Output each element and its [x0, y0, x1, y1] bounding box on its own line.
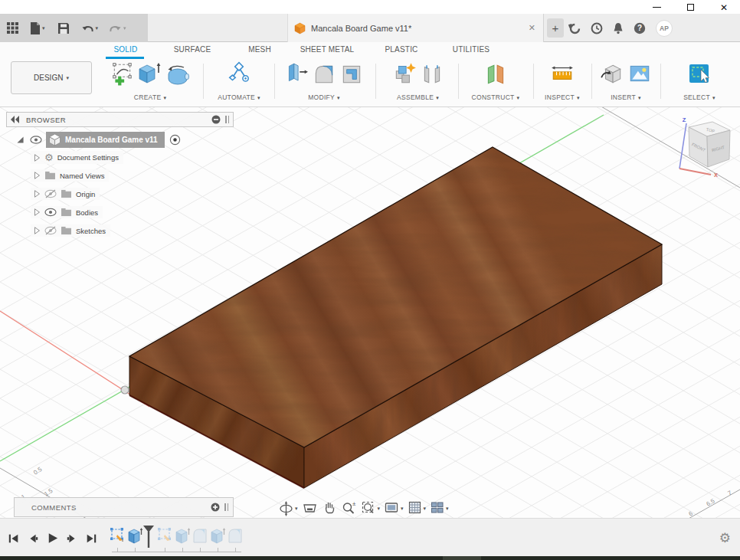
expand-arrow-icon[interactable] — [33, 189, 41, 198]
viewports-button[interactable]: ▾ — [429, 499, 450, 516]
select-group-label[interactable]: SELECT▾ — [683, 93, 715, 101]
job-status-button[interactable] — [591, 22, 603, 34]
browser-item-sketches[interactable]: Sketches — [31, 224, 110, 237]
look-at-button[interactable] — [301, 499, 319, 516]
document-cube-icon — [294, 22, 306, 34]
create-sketch-button[interactable] — [110, 61, 135, 87]
browser-item-bodies[interactable]: Bodies — [31, 206, 103, 218]
document-tab[interactable]: Mancala Board Game v11* ✕ — [287, 14, 544, 42]
display-settings-button[interactable]: ▾ — [383, 499, 404, 516]
construct-plane-button[interactable] — [483, 61, 508, 87]
help-button[interactable]: ? — [634, 22, 646, 34]
create-group-label[interactable]: CREATE▾ — [134, 93, 166, 101]
inspect-group-label[interactable]: INSPECT▾ — [545, 93, 580, 101]
caret-down-icon: ▾ — [257, 95, 260, 100]
timeline-feature-sketch[interactable] — [157, 527, 172, 549]
tab-mesh[interactable]: MESH — [241, 45, 279, 57]
account-avatar[interactable]: AP — [656, 20, 673, 37]
add-comment-icon[interactable] — [211, 503, 220, 512]
orbit-button[interactable]: ▾ — [277, 499, 299, 517]
save-button[interactable] — [58, 23, 69, 34]
timeline-playhead[interactable] — [142, 526, 155, 552]
timeline-feature-sketch[interactable] — [110, 527, 125, 549]
tab-plastic[interactable]: PLASTIC — [378, 45, 424, 57]
revolve-button[interactable] — [165, 61, 190, 87]
file-menu-button[interactable]: ▾ — [30, 22, 45, 34]
folder-icon — [61, 208, 72, 217]
step-back-button[interactable] — [27, 532, 39, 545]
modify-group-label[interactable]: MODIFY▾ — [308, 93, 340, 101]
timeline-feature-extrude[interactable] — [175, 527, 191, 549]
visibility-off-eye-icon[interactable] — [44, 189, 57, 198]
pan-button[interactable] — [321, 499, 338, 516]
canvas-button[interactable] — [627, 61, 652, 87]
visibility-off-eye-icon[interactable] — [44, 226, 57, 235]
document-close-button[interactable]: ✕ — [527, 23, 537, 33]
expand-arrow-icon[interactable] — [33, 226, 41, 235]
expand-arrow-icon[interactable] — [33, 171, 41, 180]
step-forward-button[interactable] — [66, 532, 78, 545]
view-cube[interactable]: TOP FRONT Z RIGHT Z X — [679, 116, 730, 178]
redo-button[interactable]: ▾ — [109, 23, 126, 34]
fit-button[interactable]: ▾ — [360, 499, 381, 516]
app-grid-button[interactable] — [7, 22, 18, 34]
viewport-canvas[interactable]: 0.5 1 1.5 6 6.5 7 TOP FRONT Z RIGHT Z X — [0, 107, 740, 518]
extrude-button[interactable] — [138, 61, 162, 87]
browser-item-named-views[interactable]: Named Views — [31, 169, 109, 182]
tab-utilities[interactable]: UTILITIES — [448, 45, 494, 57]
insert-button[interactable] — [600, 61, 624, 87]
timeline-settings-gear-icon[interactable]: ⚙ — [719, 532, 731, 545]
undo-button[interactable]: ▾ — [81, 23, 99, 34]
browser-item-origin[interactable]: Origin — [31, 188, 100, 200]
origin-point[interactable] — [121, 386, 129, 394]
fillet-button[interactable] — [312, 61, 336, 87]
browser-root-row[interactable]: Mancala Board Game v11 — [15, 132, 181, 148]
expand-arrow-icon[interactable] — [33, 153, 41, 162]
extensions-button[interactable] — [568, 22, 581, 34]
joint-button[interactable] — [420, 61, 444, 87]
automate-group-label[interactable]: AUTOMATE▾ — [218, 93, 260, 101]
new-tab-button[interactable]: + — [547, 18, 564, 38]
clock-icon — [591, 22, 603, 34]
zoom-button[interactable]: ± — [340, 499, 358, 516]
window-close-button[interactable]: ✕ — [714, 2, 734, 12]
browser-item-document-settings[interactable]: ⚙ Document Settings — [31, 151, 123, 164]
shell-button[interactable] — [339, 61, 364, 87]
design-workspace-button[interactable]: DESIGN ▾ — [11, 61, 92, 94]
window-minimize-button[interactable] — [647, 2, 666, 12]
tab-solid[interactable]: SOLID — [106, 45, 145, 57]
automate-button[interactable] — [227, 61, 251, 87]
timeline-feature-extrude[interactable] — [127, 527, 143, 549]
timeline-feature-extrude[interactable] — [210, 527, 226, 549]
activate-component-radio[interactable] — [169, 134, 181, 146]
visibility-eye-icon[interactable] — [30, 136, 42, 144]
panel-collapse-circle-icon[interactable] — [211, 115, 221, 124]
go-to-end-button[interactable] — [85, 532, 97, 545]
tab-sheet-metal[interactable]: SHEET METAL — [294, 45, 360, 57]
construct-group-label[interactable]: CONSTRUCT▾ — [472, 93, 520, 101]
panel-drag-grip[interactable] — [225, 116, 229, 123]
expand-arrow-icon[interactable] — [33, 208, 41, 217]
board-body[interactable] — [123, 138, 668, 498]
window-maximize-button[interactable] — [680, 2, 700, 12]
select-button[interactable] — [687, 61, 712, 87]
expand-collapse-icon[interactable] — [15, 135, 25, 145]
tab-surface[interactable]: SURFACE — [169, 45, 215, 57]
caret-down-icon: ▾ — [42, 25, 45, 31]
new-component-button[interactable] — [392, 61, 417, 87]
comments-bar[interactable]: COMMENTS — [14, 497, 234, 517]
timeline-feature-fillet[interactable] — [192, 527, 208, 549]
timeline-feature-fillet[interactable] — [228, 527, 243, 549]
root-component-highlight[interactable]: Mancala Board Game v11 — [46, 132, 165, 148]
assemble-group-label[interactable]: ASSEMBLE▾ — [397, 93, 439, 101]
visibility-eye-icon[interactable] — [44, 208, 57, 217]
press-pull-button[interactable] — [284, 61, 309, 87]
browser-header[interactable]: BROWSER — [6, 112, 234, 127]
grid-settings-button[interactable]: ▾ — [407, 499, 427, 516]
panel-drag-grip[interactable] — [224, 503, 228, 511]
notifications-button[interactable] — [613, 22, 624, 34]
play-button[interactable] — [46, 532, 59, 545]
insert-group-label[interactable]: INSERT▾ — [611, 93, 641, 101]
go-to-start-button[interactable] — [8, 532, 20, 545]
measure-button[interactable] — [550, 61, 575, 87]
